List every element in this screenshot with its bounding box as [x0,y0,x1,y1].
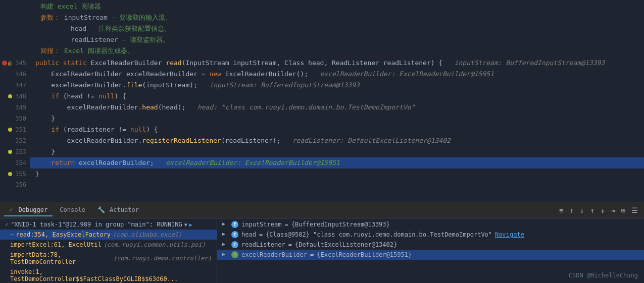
var-link-1[interactable]: Navigate [495,231,524,238]
line-number-345[interactable]: @345 [0,58,30,69]
bottom-content: ✓ "XNIO-1 task-1"@12,989 in group "main"… [0,218,644,283]
code-line-348: 348 if (head != null) { [0,91,644,102]
toolbar-btn-list[interactable]: ☰ [629,205,640,215]
var-item-2[interactable]: ▶freadListener = {DefaultExcelListener@1… [217,240,644,250]
code-line-352: 352 excelReaderBuilder.registerReadListe… [0,135,644,146]
var-expand-1[interactable]: ▶ [222,231,228,237]
toolbar-btn-up[interactable]: ↑ [567,205,575,215]
toolbar-btn-menu[interactable]: ≡ [557,205,565,215]
var-equals-0: = [284,221,288,228]
stack-file-0: (com.alibaba.excel) [113,231,182,238]
code-line-355: 355} [0,168,644,180]
var-value-0: {BufferedInputStream@13393} [291,221,390,228]
tab-console[interactable]: Console [55,204,90,216]
var-item-1[interactable]: ▶fhead = {Class@9582} "class com.ruoyi.d… [217,230,644,240]
bottom-tabs-bar: ✓ Debugger Console 🔧 Actuator ≡ ↑ ↓ ↟ ↡ … [0,202,644,218]
line-number-351[interactable]: 351 [0,124,30,135]
var-equals-3: = [310,251,314,258]
code-line-347: 347 excelReaderBuilder.file(inputStream)… [0,80,644,91]
code-line-350: 350 } [0,113,644,124]
var-equals-1: = [259,231,263,238]
line-number-352[interactable]: 352 [0,135,30,146]
step-351 [8,128,12,132]
toolbar-btn-step-over[interactable]: ↟ [588,205,596,215]
stack-icon-0: ↩ [10,231,14,238]
line-content-349: excelReaderBuilder.head(head); head: "cl… [30,102,644,113]
doc-param2: head – 注释类以获取配置信息。 [40,23,644,34]
arrow-345: @ [8,60,12,67]
line-content-355: } [30,168,644,180]
doc-title: 构建 excel 阅读器 [40,1,644,12]
tab-actuator[interactable]: 🔧 Actuator [92,204,144,216]
var-value-2: {DefaultExcelListener@13402} [295,241,397,248]
stack-panel: ✓ "XNIO-1 task-1"@12,989 in group "main"… [0,218,217,283]
thread-expand-icon[interactable]: ▶ [189,222,192,228]
toolbar-btn-down[interactable]: ↓ [578,205,586,215]
line-content-353: } [30,146,644,157]
line-number-348[interactable]: 348 [0,91,30,102]
var-expand-2[interactable]: ▶ [222,241,228,247]
stack-name-0: read:354, EasyExcelFactory [16,231,111,238]
doc-params: 参数： inputStream – 要读取的输入流。 [40,12,644,23]
toolbar-btn-step-out[interactable]: ↡ [599,205,607,215]
code-area: 构建 excel 阅读器 参数： inputStream – 要读取的输入流。 … [0,0,644,202]
bottom-panel: ✓ Debugger Console 🔧 Actuator ≡ ↑ ↓ ↟ ↡ … [0,202,644,283]
var-expand-3[interactable]: ▶ [222,251,228,257]
var-icon-3: ≡ [231,251,238,258]
line-number-347[interactable]: 347 [0,80,30,91]
doc-return: 回报： Excel 阅读器生成器。 [40,45,644,56]
line-content-356 [30,180,644,190]
line-content-354: return excelReaderBuilder; excelReaderBu… [30,157,644,168]
code-lines: @345public static ExcelReaderBuilder rea… [0,58,644,190]
line-content-351: if (readListener != null) { [30,124,644,135]
var-name-3: excelReaderBuilder [241,251,307,258]
var-name-2: readListener [241,241,285,248]
thread-check: ✓ [5,221,9,228]
stack-name-1: importExcel:61, ExcelUtil [10,241,102,248]
toolbar-btn-step-into[interactable]: ⇥ [609,205,617,215]
line-content-348: if (head != null) { [30,91,644,102]
line-content-352: excelReaderBuilder.registerReadListener(… [30,135,644,146]
stack-frame-0[interactable]: ↩read:354, EasyExcelFactory (com.alibaba… [0,230,217,240]
line-number-353[interactable]: 353 [0,146,30,157]
var-icon-1: f [231,231,238,238]
stack-frame-3[interactable]: invoke:1, TestDemoController$$FastClassB… [0,267,217,283]
line-content-350: } [30,113,644,124]
line-number-356[interactable]: 356 [0,180,30,190]
thread-filter-icon[interactable]: ▼ [184,222,187,228]
line-number-355[interactable]: 355 [0,168,30,180]
thread-label: "XNIO-1 task-1"@12,989 in group "main": … [11,221,182,228]
breakpoint-345[interactable] [2,61,7,66]
stack-file-2: (com.ruoyi.demo.controller) [113,255,212,262]
code-line-353: 353 } [0,146,644,157]
var-item-3[interactable]: ▶≡excelReaderBuilder = {ExcelReaderBuild… [217,250,644,260]
step-348 [8,94,12,98]
code-line-346: 346 ExcelReaderBuilder excelReaderBuilde… [0,69,644,80]
stack-name-2: importData:78, TestDemoController [10,251,111,265]
doc-param3: readListener – 读取监听器。 [40,34,644,45]
var-value-1: {Class@9582} "class com.ruoyi.demo.domai… [266,231,492,238]
stack-frame-1[interactable]: importExcel:61, ExcelUtil (com.ruoyi.com… [0,240,217,250]
tab-debugger[interactable]: ✓ Debugger [4,204,53,216]
check-icon: ✓ [9,206,13,213]
code-line-349: 349 excelReaderBuilder.head(head); head:… [0,102,644,113]
var-value-3: {ExcelReaderBuilder@15951} [317,251,412,258]
stack-frame-2[interactable]: importData:78, TestDemoController (com.r… [0,250,217,267]
stack-name-3: invoke:1, TestDemoController$$FastClassB… [10,268,212,282]
code-line-354: 354 return excelReaderBuilder; excelRead… [0,157,644,168]
line-number-346[interactable]: 346 [0,69,30,80]
var-expand-0[interactable]: ▶ [222,221,228,227]
toolbar-btn-grid[interactable]: ⊞ [619,205,627,215]
var-name-0: inputStream [241,221,281,228]
var-equals-2: = [288,241,292,248]
line-content-347: excelReaderBuilder.file(inputStream); in… [30,80,644,91]
step-355 [8,172,12,176]
line-content-346: ExcelReaderBuilder excelReaderBuilder = … [30,69,644,80]
var-name-1: head [241,231,256,238]
line-number-354[interactable]: 354 [0,157,30,168]
line-number-350[interactable]: 350 [0,113,30,124]
line-number-349[interactable]: 349 [0,102,30,113]
actuator-icon: 🔧 [97,206,105,213]
var-item-0[interactable]: ▶finputStream = {BufferedInputStream@133… [217,219,644,230]
doc-comment: 构建 excel 阅读器 参数： inputStream – 要读取的输入流。 … [0,0,644,58]
